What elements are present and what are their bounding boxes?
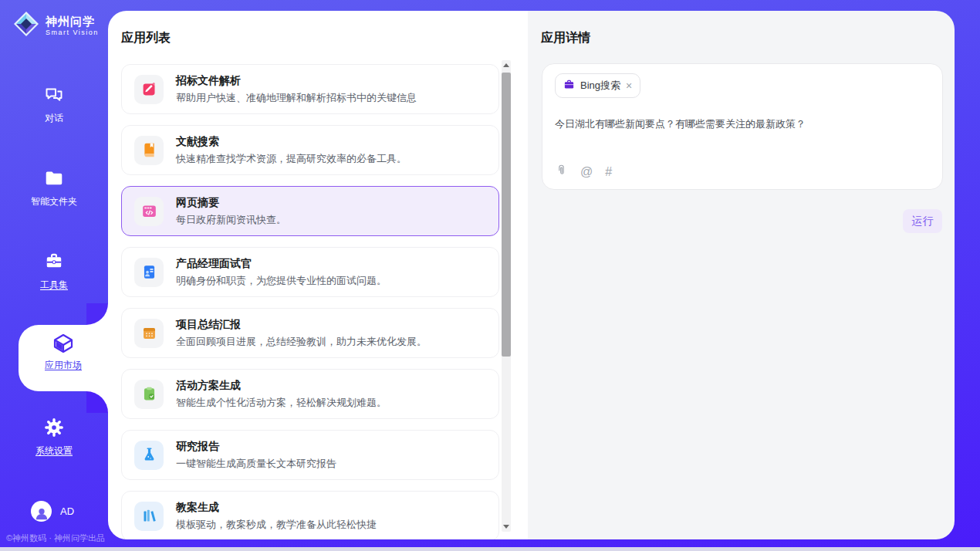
sidebar-item-label: 系统设置: [35, 445, 73, 456]
sidebar-item-smart-folder[interactable]: 智能文件夹: [0, 168, 108, 208]
sidebar-item-label: 智能文件夹: [31, 196, 77, 207]
app-card-event-plan[interactable]: 活动方案生成 智能生成个性化活动方案，轻松解决规划难题。: [121, 369, 499, 419]
app-name: 活动方案生成: [176, 379, 387, 392]
tool-chip-label: Bing搜索: [580, 79, 620, 93]
scroll-down-icon[interactable]: [503, 525, 509, 529]
window-bottom-edge: [0, 547, 980, 551]
hash-icon[interactable]: #: [605, 166, 612, 178]
books-icon: [134, 502, 164, 531]
app-card-literature-search[interactable]: 文献搜索 快速精准查找学术资源，提高研究效率的必备工具。: [121, 125, 499, 175]
app-card-pm-interviewer[interactable]: 产品经理面试官 明确身份和职责，为您提供专业性的面试问题。: [121, 247, 499, 297]
prompt-composer[interactable]: Bing搜索 × 今日湖北有哪些新闻要点？有哪些需要关注的最新政策？ @ #: [542, 63, 943, 190]
composer-toolbar: @ #: [555, 164, 612, 180]
prompt-text[interactable]: 今日湖北有哪些新闻要点？有哪些需要关注的最新政策？: [555, 117, 930, 131]
app-detail-panel: 应用详情 Bing搜索 × 今日湖北有哪些新闻要点？有哪些需要关注的最新政策？: [528, 11, 955, 539]
chat-icon: [44, 85, 64, 105]
user-account[interactable]: AD: [31, 501, 74, 522]
toolbox-icon: [44, 252, 64, 272]
sidebar-item-chat[interactable]: 对话: [0, 85, 108, 125]
brand-subtitle: Smart Vision: [46, 29, 99, 37]
close-icon[interactable]: ×: [626, 80, 632, 91]
calendar-icon: [134, 319, 164, 348]
app-desc: 模板驱动，教案秒成，教学准备从此轻松快捷: [176, 518, 377, 531]
edit-square-icon: [134, 75, 164, 104]
briefcase-icon: [563, 79, 575, 93]
at-icon[interactable]: @: [580, 166, 593, 178]
brand-logo: 神州问学 Smart Vision: [12, 10, 99, 41]
app-name: 研究报告: [176, 440, 336, 453]
app-card-lesson-plan[interactable]: 教案生成 模板驱动，教案秒成，教学准备从此轻松快捷: [121, 491, 499, 539]
app-card-research-report[interactable]: 研究报告 一键智能生成高质量长文本研究报告: [121, 430, 499, 480]
app-desc: 一键智能生成高质量长文本研究报告: [176, 457, 336, 470]
app-desc: 全面回顾项目进展，总结经验教训，助力未来优化发展。: [176, 335, 427, 348]
cube-icon: [52, 333, 74, 354]
app-name: 项目总结汇报: [176, 318, 427, 331]
app-desc: 明确身份和职责，为您提供专业性的面试问题。: [176, 274, 387, 287]
app-card-project-summary[interactable]: 项目总结汇报 全面回顾项目进展，总结经验教训，助力未来优化发展。: [121, 308, 499, 358]
tool-chip-bing-search[interactable]: Bing搜索 ×: [555, 73, 640, 98]
browser-code-icon: [134, 197, 164, 226]
app-list-title: 应用列表: [108, 11, 528, 44]
sidebar-item-app-market[interactable]: 应用市场: [19, 325, 108, 391]
app-name: 产品经理面试官: [176, 257, 387, 270]
run-button[interactable]: 运行: [903, 209, 942, 233]
person-icon: [33, 505, 50, 522]
app-name: 招标文件解析: [176, 74, 417, 87]
tab-curve-top: [86, 303, 108, 325]
app-desc: 智能生成个性化活动方案，轻松解决规划难题。: [176, 396, 387, 409]
app-list: 招标文件解析 帮助用户快速、准确地理解和解析招标书中的关键信息 文献搜索 快速精…: [121, 64, 499, 539]
diamond-logo-icon: [12, 10, 40, 41]
app-list-panel: 应用列表 招标文件解析 帮助用户快速、准确地理解和解析招标书中的关键信息: [108, 11, 528, 539]
brand-name: 神州问学: [46, 15, 95, 28]
folder-icon: [44, 168, 64, 188]
flask-icon: [134, 441, 164, 470]
app-card-web-summary[interactable]: 网页摘要 每日政府新闻资讯快查。: [121, 186, 499, 236]
sidebar-item-toolbox[interactable]: 工具集: [0, 252, 108, 292]
user-initials: AD: [60, 505, 74, 517]
sidebar-item-settings[interactable]: 系统设置: [0, 417, 108, 458]
paperclip-icon[interactable]: [555, 164, 568, 180]
clipboard-check-icon: [134, 380, 164, 409]
sidebar-item-label: 工具集: [40, 279, 68, 290]
sidebar-item-label: 应用市场: [45, 360, 82, 370]
app-card-bid-analysis[interactable]: 招标文件解析 帮助用户快速、准确地理解和解析招标书中的关键信息: [121, 64, 499, 114]
book-icon: [134, 136, 164, 165]
app-desc: 帮助用户快速、准确地理解和解析招标书中的关键信息: [176, 91, 417, 104]
doc-person-icon: [134, 258, 164, 287]
gear-icon: [44, 417, 64, 438]
sidebar-item-label: 对话: [45, 113, 63, 123]
copyright-footer: ©神州数码 · 神州问学出品: [6, 532, 105, 544]
sidebar: 神州问学 Smart Vision 对话 智能文件夹: [0, 0, 108, 551]
app-detail-title: 应用详情: [528, 11, 955, 44]
app-name: 教案生成: [176, 501, 377, 514]
content-shell: 应用列表 招标文件解析 帮助用户快速、准确地理解和解析招标书中的关键信息: [108, 11, 955, 539]
app-name: 网页摘要: [176, 196, 286, 209]
tab-curve-bottom: [86, 391, 108, 413]
app-desc: 每日政府新闻资讯快查。: [176, 213, 286, 226]
list-scrollbar[interactable]: [502, 60, 511, 532]
scroll-up-icon[interactable]: [503, 63, 509, 67]
avatar: [31, 501, 52, 522]
app-desc: 快速精准查找学术资源，提高研究效率的必备工具。: [176, 152, 407, 165]
app-name: 文献搜索: [176, 135, 407, 148]
scrollbar-thumb[interactable]: [502, 73, 511, 357]
